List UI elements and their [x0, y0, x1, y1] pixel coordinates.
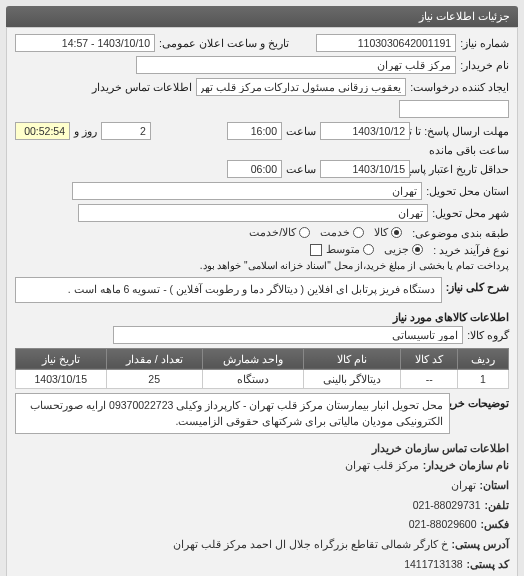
process-radio-motavaset[interactable]: متوسط — [326, 243, 374, 256]
city-label: شهر محل تحویل: — [432, 207, 509, 219]
zip-label: کد پستی: — [467, 556, 509, 573]
tel-value: 021-88029731 — [413, 497, 481, 514]
min-date-input[interactable] — [320, 160, 410, 178]
th-unit: واحد شمارش — [202, 348, 303, 369]
radio-icon — [412, 244, 423, 255]
overall-desc-label: شرح کلی نیاز: — [446, 277, 509, 293]
class-radio-khedmat[interactable]: خدمت — [320, 226, 364, 239]
process-radio-jozi[interactable]: جزیی — [384, 243, 423, 256]
time-label-1: ساعت — [286, 125, 316, 137]
city-input[interactable] — [78, 204, 428, 222]
page-title: جزئیات اطلاعات نیاز — [6, 6, 518, 27]
class-radio-both[interactable]: کالا/خدمت — [249, 226, 310, 239]
time-left-input[interactable] — [15, 122, 70, 140]
buyer-contact-input[interactable] — [399, 100, 509, 118]
request-no-input[interactable] — [316, 34, 456, 52]
cell-qty: 25 — [106, 369, 202, 388]
process-note: پرداخت تمام یا بخشی از مبلغ خرید،از محل … — [200, 260, 509, 271]
cell-unit: دستگاه — [202, 369, 303, 388]
prov-value: تهران — [451, 477, 476, 494]
cell-row: 1 — [457, 369, 508, 388]
request-no-label: شماره نیاز: — [460, 37, 509, 49]
buyer-name-input[interactable] — [136, 56, 456, 74]
deadline-time-input[interactable] — [227, 122, 282, 140]
treasury-checkbox[interactable] — [310, 244, 322, 256]
cell-code: -- — [401, 369, 457, 388]
cell-name: دیتالاگر بالینی — [303, 369, 401, 388]
buyer-note-box: محل تحویل انبار بیمارستان مرکز قلب تهران… — [15, 393, 450, 435]
tel-label: تلفن: — [485, 497, 510, 514]
days-left-input[interactable] — [101, 122, 151, 140]
radio-icon — [363, 244, 374, 255]
deadline-date-input[interactable] — [320, 122, 410, 140]
radio-icon — [353, 227, 364, 238]
min-time-input[interactable] — [227, 160, 282, 178]
details-panel: شماره نیاز: تاریخ و ساعت اعلان عمومی: نا… — [6, 27, 518, 576]
table-header-row: ردیف کد کالا نام کالا واحد شمارش تعداد /… — [16, 348, 509, 369]
min-date-label: حداقل تاریخ اعتبار پاسخ: تا تاریخ: — [414, 163, 509, 175]
contact-panel: اطلاعات تماس سازمان خریدار نام سازمان خر… — [15, 440, 509, 576]
th-qty: تعداد / مقدار — [106, 348, 202, 369]
buyer-contact-label: اطلاعات تماس خریدار — [92, 81, 192, 93]
province-input[interactable] — [72, 182, 422, 200]
time-left-label: ساعت باقی مانده — [429, 144, 509, 156]
th-code: کد کالا — [401, 348, 457, 369]
contact-header: اطلاعات تماس سازمان خریدار — [15, 440, 509, 457]
addr-value: خ کارگر شمالی تقاطع بزرگراه جلال ال احمد… — [173, 536, 447, 553]
class-radio-group: کالا خدمت کالا/خدمت — [249, 226, 402, 239]
org-value: مرکز قلب تهران — [345, 457, 419, 474]
org-label: نام سازمان خریدار: — [423, 457, 509, 474]
table-row[interactable]: 1 -- دیتالاگر بالینی دستگاه 25 1403/10/1… — [16, 369, 509, 388]
goods-group-input[interactable] — [113, 326, 463, 344]
class-label: طبقه بندی موضوعی: — [412, 227, 509, 239]
fax-label: فکس: — [481, 516, 510, 533]
overall-desc-box: دستگاه فریز پرتابل ای افلاین ( دیتالاگر … — [15, 277, 442, 303]
process-opt2-label: متوسط — [326, 243, 360, 256]
goods-header: اطلاعات کالاهای مورد نیاز — [15, 307, 509, 326]
addr-label: آدرس پستی: — [452, 536, 509, 553]
th-need-date: تاریخ نیاز — [16, 348, 107, 369]
radio-icon — [391, 227, 402, 238]
class-opt1-label: کالا — [374, 226, 388, 239]
radio-icon — [299, 227, 310, 238]
class-radio-kala[interactable]: کالا — [374, 226, 402, 239]
goods-group-label: گروه کالا: — [467, 329, 509, 341]
announce-date-label: تاریخ و ساعت اعلان عمومی: — [159, 37, 289, 49]
buyer-name-label: نام خریدار: — [460, 59, 509, 71]
zip-value: 1411713138 — [404, 556, 462, 573]
creator-label: ایجاد کننده درخواست: — [410, 81, 509, 93]
province-label: استان محل تحویل: — [426, 185, 509, 197]
goods-table: ردیف کد کالا نام کالا واحد شمارش تعداد /… — [15, 348, 509, 389]
process-opt1-label: جزیی — [384, 243, 409, 256]
prov-label: استان: — [480, 477, 510, 494]
buyer-note-label: توضیحات خریدار: — [454, 393, 509, 409]
cell-need-date: 1403/10/15 — [16, 369, 107, 388]
days-left-label: روز و — [74, 125, 97, 137]
process-radio-group: جزیی متوسط — [326, 243, 423, 256]
creator-input[interactable] — [196, 78, 406, 96]
fax-value: 021-88029600 — [409, 516, 477, 533]
time-label-2: ساعت — [286, 163, 316, 175]
class-opt3-label: کالا/خدمت — [249, 226, 296, 239]
announce-date-input[interactable] — [15, 34, 155, 52]
process-label: نوع فرآیند خرید : — [433, 244, 509, 256]
th-name: نام کالا — [303, 348, 401, 369]
deadline-date-label: مهلت ارسال پاسخ: تا تاریخ: — [414, 125, 509, 137]
th-row: ردیف — [457, 348, 508, 369]
class-opt2-label: خدمت — [320, 226, 350, 239]
